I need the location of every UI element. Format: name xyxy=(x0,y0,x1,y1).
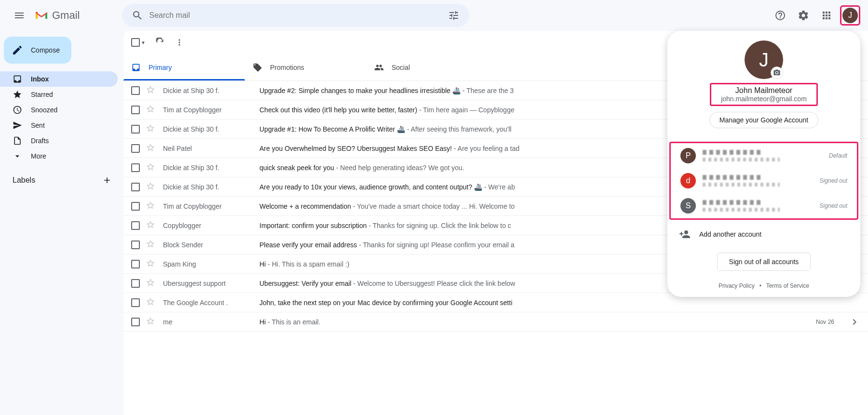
account-item[interactable]: d Signed out xyxy=(671,168,857,193)
terms-link[interactable]: Terms of Service xyxy=(766,282,809,289)
account-avatar-small: P xyxy=(680,148,696,163)
compose-label: Compose xyxy=(31,46,60,54)
popup-footer: Privacy Policy • Terms of Service xyxy=(667,277,860,289)
account-name-redacted xyxy=(703,200,760,205)
account-name-redacted xyxy=(703,175,760,180)
sidebar-item-inbox[interactable]: Inbox xyxy=(0,71,118,87)
row-checkbox[interactable] xyxy=(131,298,141,307)
gmail-logo[interactable]: Gmail xyxy=(35,9,80,22)
add-label-button[interactable] xyxy=(100,174,114,187)
star-button[interactable] xyxy=(146,123,155,134)
star-outline-icon xyxy=(146,258,155,268)
hamburger-icon xyxy=(14,10,25,21)
star-button[interactable] xyxy=(146,181,155,192)
settings-button[interactable] xyxy=(794,6,813,25)
sidebar-item-sent[interactable]: Sent xyxy=(0,118,118,133)
star-button[interactable] xyxy=(146,201,155,212)
email-sender: me xyxy=(163,318,259,326)
chevron-down-icon[interactable]: ▼ xyxy=(141,40,146,45)
row-checkbox[interactable] xyxy=(131,318,141,326)
search-input[interactable] xyxy=(149,11,442,20)
manage-account-button[interactable]: Manage your Google Account xyxy=(709,112,818,128)
star-button[interactable] xyxy=(146,316,155,327)
chevron-right-icon[interactable] xyxy=(849,316,860,328)
email-sender: The Google Account . xyxy=(163,299,259,307)
email-sender: Dickie at Ship 30 f. xyxy=(163,125,259,133)
account-avatar-small: S xyxy=(680,198,696,214)
row-checkbox[interactable] xyxy=(131,241,141,249)
row-checkbox[interactable] xyxy=(131,163,141,172)
star-button[interactable] xyxy=(146,220,155,231)
account-email-redacted xyxy=(703,208,780,212)
refresh-button[interactable] xyxy=(155,38,165,47)
select-all-checkbox[interactable] xyxy=(131,38,140,47)
email-text: Hi - This is an email. xyxy=(259,318,796,326)
tab-promotions[interactable]: Promotions xyxy=(245,54,366,80)
email-sender: Tim at Copyblogger xyxy=(163,202,259,210)
sidebar-item-label: More xyxy=(31,152,46,160)
select-all[interactable]: ▼ xyxy=(131,38,146,47)
star-button[interactable] xyxy=(146,258,155,269)
tab-label: Promotions xyxy=(270,64,304,71)
star-button[interactable] xyxy=(146,143,155,154)
row-checkbox[interactable] xyxy=(131,106,141,114)
star-icon xyxy=(13,90,22,99)
row-checkbox[interactable] xyxy=(131,202,141,211)
popup-avatar[interactable]: J xyxy=(745,40,783,79)
row-checkbox[interactable] xyxy=(131,86,141,95)
star-outline-icon xyxy=(146,104,155,114)
add-account-button[interactable]: Add another account xyxy=(667,222,860,247)
email-row[interactable]: me Hi - This is an email. Nov 26 xyxy=(123,312,868,332)
star-outline-icon xyxy=(146,162,155,172)
popup-avatar-section: J John Mailmeteor john.mailmeteor@gmail.… xyxy=(667,31,860,140)
compose-button[interactable]: Compose xyxy=(4,37,71,64)
account-avatar[interactable]: J xyxy=(842,8,858,23)
gmail-logo-icon xyxy=(35,10,48,21)
sidebar-item-label: Sent xyxy=(31,121,45,129)
header-right: J xyxy=(771,5,860,26)
email-sender: Copyblogger xyxy=(163,222,259,229)
email-sender: Ubersuggest support xyxy=(163,280,259,287)
star-button[interactable] xyxy=(146,162,155,173)
other-accounts-box: P Default d Signed out S Signed out xyxy=(669,142,858,220)
account-item[interactable]: P Default xyxy=(671,143,857,168)
sidebar-item-label: Inbox xyxy=(31,75,49,83)
privacy-link[interactable]: Privacy Policy xyxy=(719,282,755,289)
row-checkbox[interactable] xyxy=(131,221,141,230)
more-button[interactable] xyxy=(175,38,184,47)
tab-social[interactable]: Social xyxy=(366,54,488,80)
star-button[interactable] xyxy=(146,104,155,115)
search-icon[interactable] xyxy=(126,4,149,27)
tab-primary[interactable]: Primary xyxy=(123,54,245,80)
account-email: john.mailmeteor@gmail.com xyxy=(721,95,807,103)
account-item[interactable]: S Signed out xyxy=(671,193,857,218)
help-button[interactable] xyxy=(771,6,790,25)
sign-out-button[interactable]: Sign out of all accounts xyxy=(717,253,811,271)
row-checkbox[interactable] xyxy=(131,125,141,134)
sidebar: Compose InboxStarredSnoozedSentDraftsMor… xyxy=(0,31,123,415)
sidebar-item-drafts[interactable]: Drafts xyxy=(0,133,118,148)
sidebar-item-snoozed[interactable]: Snoozed xyxy=(0,102,118,118)
email-text: John, take the next step on your Mac dev… xyxy=(259,299,860,307)
star-button[interactable] xyxy=(146,297,155,308)
email-sender: Neil Patel xyxy=(163,145,259,152)
row-checkbox[interactable] xyxy=(131,260,141,268)
tab-icon xyxy=(374,63,384,72)
main-menu-button[interactable] xyxy=(8,4,31,27)
apps-button[interactable] xyxy=(817,6,836,25)
row-checkbox[interactable] xyxy=(131,183,141,191)
sidebar-item-label: Starred xyxy=(31,91,53,98)
account-info xyxy=(703,150,822,161)
sidebar-item-more[interactable]: More xyxy=(0,148,118,164)
star-button[interactable] xyxy=(146,239,155,250)
search-options-button[interactable] xyxy=(442,4,465,27)
star-button[interactable] xyxy=(146,85,155,96)
sidebar-item-starred[interactable]: Starred xyxy=(0,87,118,102)
row-checkbox[interactable] xyxy=(131,279,141,288)
help-icon xyxy=(774,10,786,21)
star-button[interactable] xyxy=(146,278,155,289)
email-sender: Block Sender xyxy=(163,241,259,249)
search-bar[interactable] xyxy=(122,4,469,27)
row-checkbox[interactable] xyxy=(131,144,141,153)
change-photo-button[interactable] xyxy=(771,67,783,79)
